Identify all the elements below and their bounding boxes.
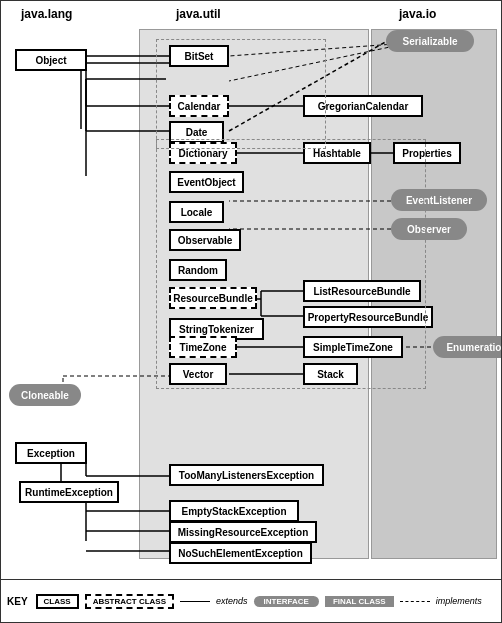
observer-interface: Observer xyxy=(391,218,467,240)
key-implements-line xyxy=(400,601,430,602)
bitset-class: BitSet xyxy=(169,45,229,67)
calendar-class: Calendar xyxy=(169,95,229,117)
gregorian-class: GregorianCalendar xyxy=(303,95,423,117)
header-java-io: java.io xyxy=(399,7,436,21)
header-java-lang: java.lang xyxy=(21,7,72,21)
eventlistener-interface: EventListener xyxy=(391,189,487,211)
serializable-interface: Serializable xyxy=(386,30,474,52)
nosuchelement-class: NoSuchElementException xyxy=(169,542,312,564)
toomanylisteners-class: TooManyListenersException xyxy=(169,464,324,486)
dictionary-class: Dictionary xyxy=(169,142,237,164)
header-java-util: java.util xyxy=(176,7,221,21)
exception-class: Exception xyxy=(15,442,87,464)
vector-class: Vector xyxy=(169,363,227,385)
locale-class: Locale xyxy=(169,201,224,223)
eventobject-class: EventObject xyxy=(169,171,244,193)
key-final: FINAL CLASS xyxy=(325,596,394,607)
key-label: KEY xyxy=(7,596,28,607)
cloneable-interface: Cloneable xyxy=(9,384,81,406)
resourcebundle-class: ResourceBundle xyxy=(169,287,257,309)
date-class: Date xyxy=(169,121,224,143)
key-section: KEY CLASS ABSTRACT CLASS extends INTERFA… xyxy=(1,579,501,622)
key-extends-text: extends xyxy=(216,596,248,606)
object-class: Object xyxy=(15,49,87,71)
listresource-class: ListResourceBundle xyxy=(303,280,421,302)
timezone-class: TimeZone xyxy=(169,336,237,358)
key-extends-line xyxy=(180,601,210,602)
properties-class: Properties xyxy=(393,142,461,164)
simpletimezone-class: SimpleTimeZone xyxy=(303,336,403,358)
random-class: Random xyxy=(169,259,227,281)
missingresource-class: MissingResourceException xyxy=(169,521,317,543)
key-class: CLASS xyxy=(36,594,79,609)
emptystackexception-class: EmptyStackException xyxy=(169,500,299,522)
key-interface: INTERFACE xyxy=(254,596,319,607)
key-implements-text: implements xyxy=(436,596,482,606)
runtimeexception-class: RuntimeException xyxy=(19,481,119,503)
enumeration-interface: Enumeration xyxy=(433,336,502,358)
hashtable-class: Hashtable xyxy=(303,142,371,164)
observable-class: Observable xyxy=(169,229,241,251)
propertyresource-class: PropertyResourceBundle xyxy=(303,306,433,328)
key-abstract: ABSTRACT CLASS xyxy=(85,594,174,609)
stack-class: Stack xyxy=(303,363,358,385)
